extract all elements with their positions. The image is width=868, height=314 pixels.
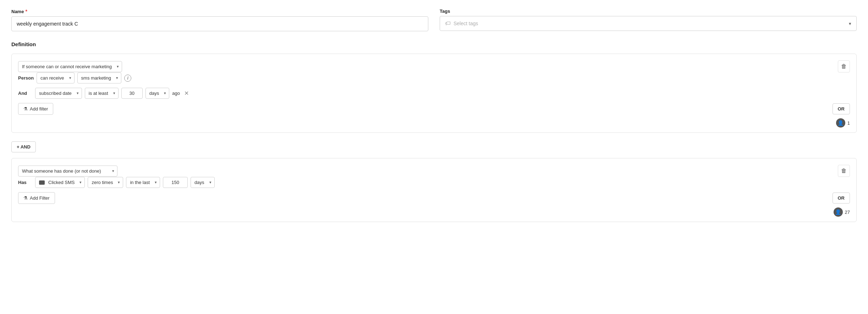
condition-1-type-select[interactable]: If someone can or cannot receive marketi… [18, 61, 122, 72]
chevron-down-icon: ▾ [849, 21, 851, 26]
days-number-input-2[interactable] [163, 177, 188, 188]
tags-left: 🏷 Select tags [445, 20, 478, 27]
info-icon[interactable]: i [124, 75, 131, 82]
clicked-sms-select[interactable]: Clicked SMS Clicked SMS [35, 177, 85, 188]
add-filter-label-1: Add filter [30, 106, 48, 112]
filter-icon-2: ⚗ [23, 195, 28, 201]
avatar-icon-1: 👤 [836, 118, 845, 128]
name-label: Name * [11, 9, 428, 14]
condition-1-top-bar: If someone can or cannot receive marketi… [18, 60, 850, 72]
tag-icon: 🏷 [445, 20, 451, 27]
add-filter-label-2: Add Filter [30, 195, 50, 201]
tags-label: Tags [440, 9, 857, 14]
definition-title: Definition [11, 41, 857, 47]
condition-2-type-select[interactable]: What someone has done (or not done) What… [18, 166, 117, 177]
count-badge-1: 👤 1 [18, 118, 850, 128]
count-number-2: 27 [845, 210, 850, 215]
days-unit-select[interactable]: days days weeks months [145, 88, 169, 99]
info-icon-text: i [127, 76, 128, 81]
condition-2-top-bar: What someone has done (or not done) What… [18, 165, 850, 177]
person-label: Person [18, 75, 34, 81]
name-input[interactable] [11, 16, 428, 31]
sms-marketing-select[interactable]: sms marketing sms marketing email market… [77, 72, 122, 83]
definition-section: Definition If someone can or cannot rece… [11, 41, 857, 222]
tags-field-group: Tags 🏷 Select tags ▾ [440, 9, 857, 31]
days-number-input[interactable] [121, 88, 143, 99]
or-button-2[interactable]: OR [833, 193, 850, 204]
count-badge-2: 👤 27 [18, 207, 850, 217]
close-icon: ✕ [184, 90, 189, 96]
person-icon-2: 👤 [835, 209, 841, 215]
and-connector-label: + AND [17, 144, 31, 150]
top-fields-row: Name * Tags 🏷 Select tags ▾ [11, 9, 857, 31]
person-row: Person can receive can receive cannot re… [18, 72, 850, 83]
tags-label-text: Tags [440, 9, 450, 14]
can-receive-select[interactable]: can receive can receive cannot receive [37, 72, 74, 83]
condition-block-1: If someone can or cannot receive marketi… [11, 54, 857, 133]
or-label-2: OR [838, 195, 845, 201]
count-number-1: 1 [847, 120, 850, 126]
tags-placeholder: Select tags [454, 21, 478, 26]
or-button-1[interactable]: OR [833, 103, 850, 114]
or-label-1: OR [838, 106, 845, 112]
and-filter-row: And subscribed date subscribed date is a… [18, 88, 850, 99]
delete-block-2-button[interactable]: 🗑 [838, 165, 850, 177]
delete-block-1-button[interactable]: 🗑 [838, 60, 850, 72]
zero-times-select[interactable]: zero times zero times at least once [88, 177, 123, 188]
name-label-text: Name [11, 9, 24, 14]
remove-filter-button[interactable]: ✕ [183, 89, 190, 97]
person-icon-1: 👤 [837, 120, 844, 126]
trash-icon-2: 🗑 [841, 168, 847, 174]
condition-2-footer: ⚗ Add Filter OR [18, 192, 850, 204]
and-label: And [18, 91, 32, 96]
and-connector-button[interactable]: + AND [11, 141, 36, 152]
trash-icon: 🗑 [841, 63, 847, 70]
tags-select[interactable]: 🏷 Select tags ▾ [440, 16, 857, 31]
is-at-least-select[interactable]: is at least is at least is at most [85, 88, 119, 99]
required-star: * [25, 9, 27, 14]
has-label: Has [18, 180, 32, 185]
add-filter-button-2[interactable]: ⚗ Add Filter [18, 192, 55, 204]
avatar-icon-2: 👤 [834, 207, 843, 217]
condition-block-2: What someone has done (or not done) What… [11, 158, 857, 222]
ago-label: ago [172, 91, 180, 96]
days-unit-select-2[interactable]: days days weeks months [191, 177, 214, 188]
add-filter-button-1[interactable]: ⚗ Add filter [18, 103, 53, 115]
condition-1-footer: ⚗ Add filter OR [18, 103, 850, 115]
has-row: Has Clicked SMS Clicked SMS zero times z… [18, 177, 850, 188]
subscribed-date-select[interactable]: subscribed date subscribed date [35, 88, 82, 99]
filter-icon-1: ⚗ [23, 106, 28, 112]
in-the-last-select[interactable]: in the last in the last before after [126, 177, 160, 188]
name-field-group: Name * [11, 9, 428, 31]
